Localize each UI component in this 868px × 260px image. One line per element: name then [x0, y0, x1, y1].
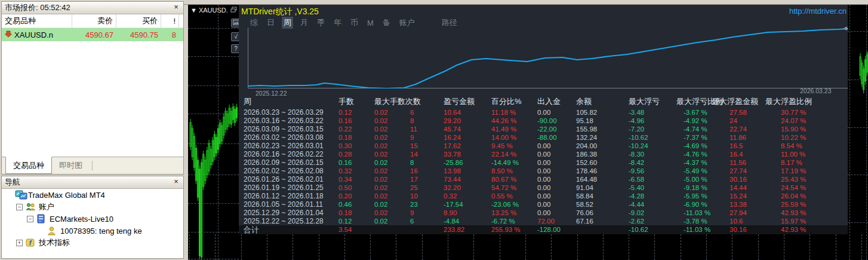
- cell: 164.48: [576, 175, 629, 183]
- cell: 10.6: [730, 217, 781, 225]
- stats-row-1: 2026.03.16 ~ 2026.03.220.160.02829.2044.…: [244, 117, 842, 125]
- tree-item-4[interactable]: +f技术指标: [2, 237, 183, 249]
- cell: 0.00: [537, 142, 576, 150]
- stats-row-0: 2026.03.23 ~ 2026.03.290.120.02610.6411.…: [244, 108, 842, 117]
- cell: -4.92 %: [684, 117, 730, 125]
- cell: 14.44: [730, 183, 781, 192]
- cell: 8: [410, 158, 444, 167]
- collapse-icon[interactable]: −: [16, 204, 23, 210]
- tree-item-3[interactable]: 10078395: teng teng ke: [2, 225, 183, 237]
- platform-icon: [15, 190, 25, 200]
- toolbar-item-1[interactable]: 日: [265, 17, 276, 29]
- cell: 0.02: [374, 175, 410, 183]
- chart-window[interactable]: ▼ XAUUSD. √? MTDriver统计 ,V3.25 http://mt…: [188, 5, 868, 260]
- cell: [374, 225, 410, 234]
- cell: 11.00 %: [781, 150, 842, 158]
- symbol-name: XAUUSD.n: [14, 30, 53, 39]
- toolbar-item-5[interactable]: 年: [332, 17, 343, 29]
- toolbar-item-2[interactable]: 周: [282, 17, 293, 29]
- cell: 2026.03.16 ~ 2026.03.22: [244, 117, 338, 125]
- mtdriver-url-link[interactable]: http://mtdriver.cn: [789, 7, 847, 16]
- cell: 17: [410, 175, 444, 183]
- cell: 0.30: [338, 142, 374, 150]
- navigator-titlebar: 导航 ×: [2, 176, 183, 189]
- axis-end-date: 2026.03.23: [800, 87, 832, 94]
- stats-row-10: 2026.01.12 ~ 2026.01.180.200.02100.320.5…: [244, 192, 842, 200]
- toolbar-item-0[interactable]: 综: [248, 17, 260, 29]
- tree-item-2[interactable]: −ECMarkets-Live10: [2, 213, 183, 225]
- gridline: [500, 234, 500, 260]
- cell: -4.76 %: [684, 150, 730, 158]
- cell: 54.72 %: [491, 183, 537, 192]
- collapse-icon[interactable]: −: [27, 216, 33, 222]
- gridline: [551, 234, 552, 260]
- cell: -9.56: [629, 167, 684, 175]
- gridline: [344, 234, 345, 260]
- cell: 9.45 %: [491, 142, 537, 150]
- cell: 15: [410, 142, 444, 150]
- cell: 0.32: [444, 192, 491, 200]
- cell: 2026.01.12 ~ 2026.01.18: [244, 192, 338, 200]
- cell: -4.74 %: [684, 125, 730, 133]
- curve-end-marker: ◀: [843, 25, 847, 31]
- close-icon[interactable]: ×: [172, 178, 180, 186]
- toolbar-item-6[interactable]: 币: [349, 17, 360, 29]
- toolbar-item-9[interactable]: 账户: [398, 17, 417, 29]
- cell: 27.58: [730, 108, 781, 117]
- cell: 24: [730, 117, 781, 125]
- cell: -11.03 %: [684, 209, 730, 217]
- cell: 0.02: [374, 125, 410, 133]
- toolbar-item-7[interactable]: M: [365, 18, 375, 28]
- stats-row-4: 2026.02.23 ~ 2026.03.010.300.021517.629.…: [244, 142, 842, 150]
- tree-item-0[interactable]: TradeMax Global MT4: [2, 189, 183, 201]
- cell: -3.67 %: [684, 108, 730, 117]
- cell: 24.54 %: [781, 183, 842, 192]
- cell: 14.00 %: [491, 133, 537, 142]
- cell: -14.49 %: [491, 158, 537, 167]
- tree-item-1[interactable]: −账户: [2, 201, 183, 213]
- cell: 11: [410, 125, 444, 133]
- cell: 30.77 %: [781, 108, 842, 117]
- cell: 2026.01.19 ~ 2026.01.25: [244, 183, 338, 192]
- cell: 0.02: [374, 108, 410, 117]
- tab-symbols[interactable]: 交易品种: [5, 157, 52, 174]
- toolbar-item-8[interactable]: 备: [381, 17, 392, 29]
- cell: 73.44: [444, 175, 491, 183]
- expand-icon[interactable]: +: [16, 240, 23, 246]
- cell: 45.74: [444, 125, 491, 133]
- cell: 0.00: [537, 150, 576, 158]
- gridline: [422, 234, 423, 260]
- cell: 合计: [244, 225, 338, 234]
- cell: 0.00: [537, 175, 576, 183]
- cell: -4.69 %: [684, 142, 730, 150]
- cell: 204.00: [576, 142, 629, 150]
- cell: 11.86: [730, 133, 781, 142]
- toolbar-item-4[interactable]: 季: [315, 17, 327, 29]
- col-spread: !: [161, 14, 179, 27]
- right-candlesticks: [858, 5, 868, 260]
- cell: 67.16: [576, 217, 629, 225]
- col-symbol: 交易品种: [2, 14, 72, 27]
- cell: -6.58: [629, 175, 684, 183]
- chart-title-tab[interactable]: ▼ XAUUSD.: [190, 7, 237, 14]
- tab-tick-chart[interactable]: 即时图: [52, 157, 90, 174]
- cell: 132.24: [576, 133, 629, 142]
- gridline: [370, 234, 371, 260]
- navigator-panel: 导航 × TradeMax Global MT4−账户−ECMarkets-Li…: [1, 176, 184, 259]
- symbol-row-xauusd[interactable]: XAUUSD.n 4590.67 4590.75 8: [2, 28, 183, 41]
- toolbar-item-10[interactable]: 路径: [440, 17, 459, 29]
- toolbar-item-3[interactable]: 月: [298, 17, 310, 29]
- tree-item-label: 账户: [39, 201, 54, 212]
- cell: -4.84: [444, 217, 491, 225]
- stats-row-3: 2026.03.02 ~ 2026.03.080.180.02916.2414.…: [244, 133, 842, 142]
- cell: -2.62: [629, 217, 684, 225]
- cell: 2026.03.23 ~ 2026.03.29: [244, 108, 338, 117]
- gridline: [396, 234, 396, 260]
- cell: -11.03 %: [684, 225, 730, 234]
- close-icon[interactable]: ×: [172, 4, 180, 12]
- tree-item-label: TradeMax Global MT4: [28, 191, 105, 200]
- chart-tab-label: ▼ XAUUSD.: [190, 7, 228, 14]
- gridline: [603, 234, 604, 260]
- cell: 72.00: [537, 217, 576, 225]
- cell: 178.46: [576, 167, 629, 175]
